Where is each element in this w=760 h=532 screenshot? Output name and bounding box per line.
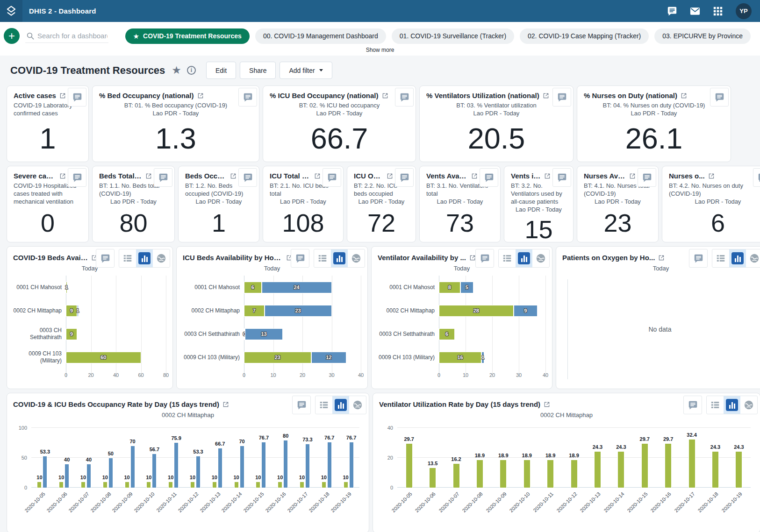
view-as-map-button[interactable] bbox=[348, 249, 365, 268]
view-as-map-button[interactable] bbox=[153, 249, 170, 268]
interpretations-button[interactable] bbox=[238, 88, 257, 106]
bar-segment[interactable]: 24 bbox=[262, 282, 332, 293]
view-as-chart-button[interactable] bbox=[332, 396, 349, 414]
open-in-app-icon[interactable] bbox=[543, 92, 549, 99]
bar[interactable]: 10 bbox=[146, 482, 151, 488]
messages-icon[interactable] bbox=[690, 6, 700, 16]
bar[interactable]: 10 bbox=[190, 482, 195, 488]
interpretations-button[interactable] bbox=[292, 396, 311, 414]
open-in-app-icon[interactable] bbox=[544, 401, 550, 408]
interpretations-button[interactable] bbox=[238, 168, 257, 187]
bar[interactable]: 29.7 bbox=[406, 443, 413, 488]
view-as-chart-button[interactable] bbox=[516, 249, 532, 268]
bar[interactable]: 24.3 bbox=[594, 451, 601, 488]
view-as-table-button[interactable] bbox=[712, 249, 729, 268]
view-as-table-button[interactable] bbox=[499, 249, 516, 268]
bar[interactable]: 29.7 bbox=[641, 443, 648, 488]
share-button[interactable]: Share bbox=[240, 62, 276, 79]
bar[interactable]: 70 bbox=[130, 446, 135, 488]
bar[interactable]: 76.7 bbox=[327, 442, 332, 488]
open-in-app-icon[interactable] bbox=[708, 173, 715, 179]
view-as-table-button[interactable] bbox=[314, 249, 331, 268]
bar[interactable]: 18.9 bbox=[547, 460, 554, 488]
open-in-app-icon[interactable] bbox=[469, 255, 476, 261]
bar[interactable]: 10 bbox=[81, 482, 86, 488]
view-as-chart-button[interactable] bbox=[729, 249, 746, 268]
bar-segment[interactable]: 1 bbox=[481, 352, 484, 363]
interpretations-button[interactable] bbox=[395, 168, 414, 187]
interpretations-button[interactable] bbox=[395, 88, 414, 106]
bar-segment[interactable]: 5 bbox=[460, 282, 474, 293]
open-in-app-icon[interactable] bbox=[681, 92, 687, 99]
info-icon[interactable]: i bbox=[187, 66, 196, 75]
apps-grid-icon[interactable] bbox=[713, 6, 723, 16]
bar[interactable]: 10 bbox=[278, 482, 282, 488]
bar[interactable]: 18.9 bbox=[476, 460, 483, 488]
bar[interactable]: 40 bbox=[65, 464, 69, 488]
new-dashboard-button[interactable]: + bbox=[4, 28, 20, 44]
bar[interactable]: 10 bbox=[300, 482, 304, 488]
interpretations-button[interactable] bbox=[638, 168, 656, 187]
interpretations-button[interactable] bbox=[480, 168, 498, 187]
bar-segment[interactable]: 1 bbox=[66, 282, 67, 293]
bar[interactable]: 18.9 bbox=[500, 460, 507, 488]
bar-segment[interactable]: 9 bbox=[514, 305, 538, 317]
bar[interactable]: 53.3 bbox=[43, 456, 47, 488]
bar[interactable]: 24.3 bbox=[617, 451, 624, 488]
dhis2-logo[interactable] bbox=[0, 0, 22, 22]
dashboard-chip[interactable]: 03. EPICURVE by Province bbox=[654, 28, 751, 44]
bar[interactable]: 80 bbox=[283, 440, 288, 488]
dashboard-chip-selected[interactable]: ★ COVID-19 Treatment Resources bbox=[125, 28, 250, 44]
bar[interactable]: 53.3 bbox=[196, 456, 201, 488]
open-in-app-icon[interactable] bbox=[387, 173, 393, 179]
interpretations-button[interactable] bbox=[552, 88, 571, 106]
bar-segment[interactable]: 8 bbox=[439, 282, 460, 293]
bar[interactable]: 10 bbox=[256, 482, 260, 488]
open-in-app-icon[interactable] bbox=[145, 173, 152, 179]
favorite-star-icon[interactable]: ★ bbox=[172, 64, 181, 77]
interpretations-button[interactable] bbox=[683, 396, 702, 414]
view-as-map-button[interactable] bbox=[532, 249, 549, 268]
view-as-map-button[interactable] bbox=[349, 396, 366, 414]
open-in-app-icon[interactable] bbox=[544, 173, 551, 179]
bar[interactable]: 16.2 bbox=[453, 463, 460, 488]
bar[interactable]: 24.3 bbox=[735, 451, 742, 488]
bar[interactable]: 50 bbox=[108, 458, 113, 488]
view-as-map-button[interactable] bbox=[746, 249, 760, 268]
view-as-chart-button[interactable] bbox=[724, 396, 740, 414]
dashboard-chip[interactable]: 02. COVID-19 Case Mapping (Tracker) bbox=[520, 28, 649, 44]
view-as-chart-button[interactable] bbox=[136, 249, 153, 268]
view-as-map-button[interactable] bbox=[740, 396, 757, 414]
open-in-app-icon[interactable] bbox=[471, 173, 478, 179]
bar[interactable]: 10 bbox=[344, 482, 348, 488]
bar-segment[interactable]: 28 bbox=[439, 305, 514, 317]
open-in-app-icon[interactable] bbox=[222, 401, 229, 408]
bar[interactable]: 66.7 bbox=[218, 448, 222, 488]
view-as-table-button[interactable] bbox=[707, 396, 724, 414]
bar[interactable]: 24.3 bbox=[712, 451, 719, 488]
view-as-chart-button[interactable] bbox=[331, 249, 348, 268]
interpretations-icon[interactable] bbox=[667, 6, 677, 16]
view-as-table-button[interactable] bbox=[315, 396, 332, 414]
view-as-table-button[interactable] bbox=[119, 249, 136, 268]
user-avatar[interactable]: YP bbox=[736, 3, 752, 19]
interpretations-button[interactable] bbox=[753, 168, 760, 187]
bar-segment[interactable]: 9 bbox=[66, 305, 77, 317]
edit-button[interactable]: Edit bbox=[206, 62, 236, 79]
bar[interactable]: 10 bbox=[212, 482, 217, 488]
bar[interactable]: 70 bbox=[240, 446, 244, 488]
show-more-link[interactable]: Show more bbox=[366, 47, 394, 53]
bar[interactable]: 10 bbox=[37, 482, 42, 488]
bar[interactable]: 10 bbox=[168, 482, 173, 488]
bar[interactable]: 18.9 bbox=[571, 460, 578, 488]
open-in-app-icon[interactable] bbox=[314, 173, 321, 179]
dashboard-chip[interactable]: 01. COVID-19 Surveillance (Tracker) bbox=[392, 28, 514, 44]
interpretations-button[interactable] bbox=[154, 168, 172, 187]
dashboard-chip[interactable]: 00. COVID-19 Management Dashboard bbox=[255, 28, 386, 44]
bar[interactable]: 10 bbox=[125, 482, 129, 488]
bar[interactable]: 76.7 bbox=[349, 442, 354, 488]
interpretations-button[interactable] bbox=[96, 249, 115, 268]
open-in-app-icon[interactable] bbox=[629, 173, 636, 179]
bar[interactable]: 73.3 bbox=[305, 444, 310, 488]
bar-segment[interactable]: 6 bbox=[244, 282, 262, 293]
